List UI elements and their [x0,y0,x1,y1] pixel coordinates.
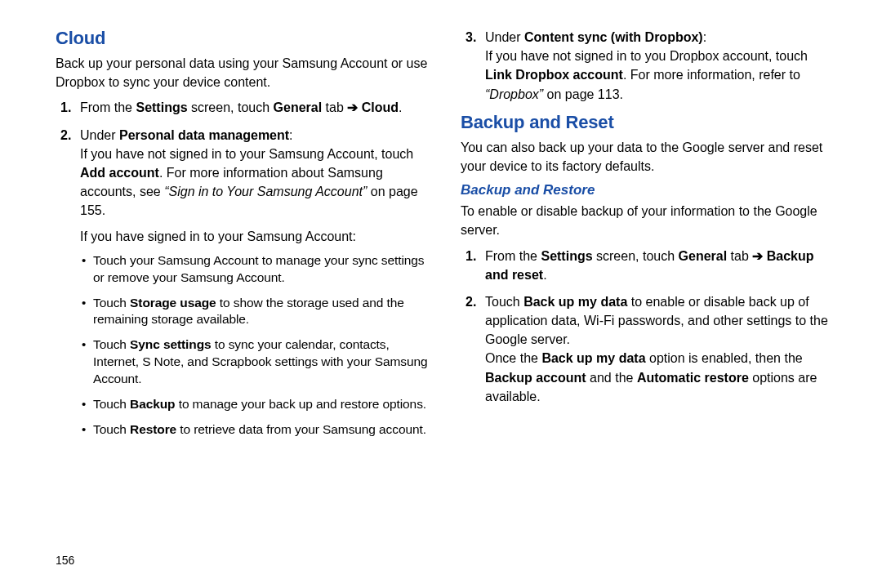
text: Under [80,128,119,142]
arrow-icon: ➔ [752,249,763,263]
arrow-icon: ➔ [347,100,358,114]
text: If you have not signed in to your Samsun… [80,147,413,161]
bold: Back up my data [523,295,627,309]
text: screen, touch [593,249,679,263]
text: Touch [93,296,130,310]
bold: Backup account [485,371,586,385]
backup-restore-steps: From the Settings screen, touch General … [461,247,833,407]
bold: General [274,100,323,114]
subheading-backup-restore: Backup and Restore [461,182,833,198]
bullet-4: Touch Backup to manage your back up and … [80,396,428,413]
text: From the [485,249,541,263]
bold: Storage usage [130,296,216,310]
manual-page: Cloud Back up your personal data using y… [0,0,882,588]
br-step-1: From the Settings screen, touch General … [461,247,833,284]
text: tab [727,249,752,263]
bold: Add account [80,166,159,180]
text: . [399,100,402,114]
left-column: Cloud Back up your personal data using y… [56,28,428,447]
italic: “Dropbox” [485,87,543,101]
cloud-steps: From the Settings screen, touch General … [56,98,428,439]
cloud-intro: Back up your personal data using your Sa… [56,54,428,91]
text: Once the [485,351,541,365]
cloud-steps-continued: Under Content sync (with Dropbox): If yo… [461,28,833,104]
bold: Automatic restore [637,371,749,385]
step2-para1: If you have not signed in to your Samsun… [80,145,428,220]
text: tab [322,100,347,114]
bullet-3: Touch Sync settings to sync your calenda… [80,336,428,388]
italic: “Sign in to Your Samsung Account” [164,185,367,198]
text: screen, touch [188,100,274,114]
right-column: Under Content sync (with Dropbox): If yo… [461,28,833,447]
bold: Content sync (with Dropbox) [524,30,703,44]
text: . For more information, refer to [623,68,800,82]
bold: General [679,249,728,263]
cloud-step-3: Under Content sync (with Dropbox): If yo… [461,28,833,104]
text: to retrieve data from your Samsung accou… [176,422,426,436]
bullet-2: Touch Storage usage to show the storage … [80,295,428,329]
two-column-layout: Cloud Back up your personal data using y… [56,28,833,447]
bullet-5: Touch Restore to retrieve data from your… [80,421,428,439]
text: : [289,128,292,142]
text: : [703,30,706,44]
text: and the [586,371,637,385]
br-step-2-para2: Once the Back up my data option is enabl… [485,349,833,406]
text: Touch [93,397,130,411]
cloud-step-2: Under Personal data management: If you h… [56,126,428,439]
heading-backup-reset: Backup and Reset [461,112,833,133]
bold: Sync settings [130,337,211,351]
bold: Settings [136,100,187,114]
text: Touch [93,337,130,351]
bullet-1: Touch your Samsung Account to manage you… [80,252,428,287]
br-step-2: Touch Back up my data to enable or disab… [461,292,833,406]
text: Touch [93,422,130,436]
text: option is enabled, then the [646,351,803,365]
text: If you have not signed in to you Dropbox… [485,49,808,63]
bold: Link Dropbox account [485,68,623,82]
bold: Back up my data [541,351,645,365]
bold: Personal data management [119,128,289,142]
backup-restore-intro: To enable or disable backup of your info… [461,202,833,239]
backup-reset-intro: You can also back up your data to the Go… [461,138,833,176]
text: Touch [485,295,523,309]
bold: Settings [541,249,592,263]
cloud-step-1: From the Settings screen, touch General … [56,98,428,117]
text: on page 113. [543,87,623,101]
text: From the [80,100,136,114]
text: to manage your back up and restore optio… [175,397,426,411]
heading-cloud: Cloud [56,28,428,49]
page-number: 156 [56,554,74,567]
step3-para1: If you have not signed in to you Dropbox… [485,47,833,104]
step2-bullets: Touch your Samsung Account to manage you… [80,252,428,439]
bold: Cloud [358,100,399,114]
text: . [543,268,546,282]
text: Under [485,30,524,44]
step2-para2: If you have signed in to your Samsung Ac… [80,227,428,246]
bold: Restore [130,422,176,436]
bold: Backup [130,397,175,411]
